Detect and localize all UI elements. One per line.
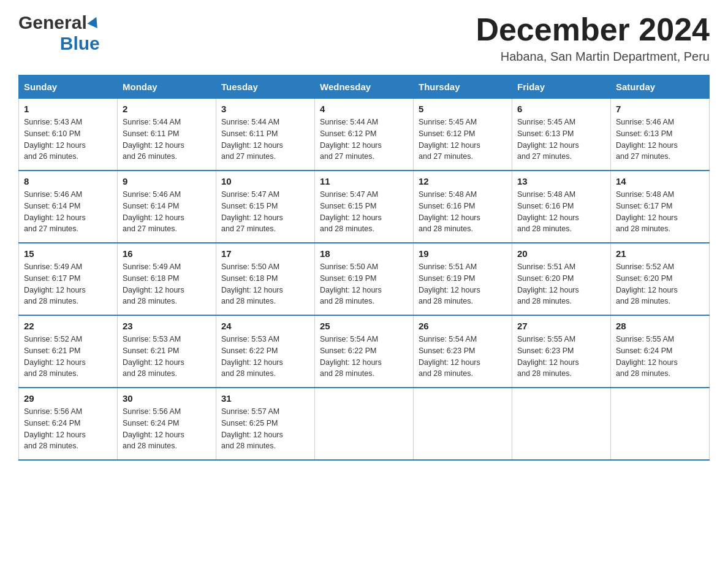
calendar-day-cell: 11Sunrise: 5:47 AMSunset: 6:15 PMDayligh… [315,170,414,243]
day-info: Sunrise: 5:52 AMSunset: 6:20 PMDaylight:… [616,261,704,307]
day-info: Sunrise: 5:56 AMSunset: 6:24 PMDaylight:… [24,406,112,452]
day-number: 16 [123,248,211,259]
calendar-day-cell: 20Sunrise: 5:51 AMSunset: 6:20 PMDayligh… [512,243,611,315]
calendar-day-header: Saturday [611,75,710,99]
day-info: Sunrise: 5:43 AMSunset: 6:10 PMDaylight:… [24,117,112,163]
day-number: 14 [616,176,704,186]
day-info: Sunrise: 5:50 AMSunset: 6:19 PMDaylight:… [320,261,408,307]
day-info: Sunrise: 5:53 AMSunset: 6:21 PMDaylight:… [123,334,211,380]
day-number: 10 [221,176,309,186]
calendar-day-cell: 27Sunrise: 5:55 AMSunset: 6:23 PMDayligh… [512,315,611,388]
calendar-day-header: Monday [118,75,216,99]
calendar-day-cell: 15Sunrise: 5:49 AMSunset: 6:17 PMDayligh… [19,243,118,315]
day-number: 4 [320,104,408,114]
calendar-day-cell: 13Sunrise: 5:48 AMSunset: 6:16 PMDayligh… [512,170,611,243]
day-info: Sunrise: 5:49 AMSunset: 6:18 PMDaylight:… [123,261,211,307]
day-number: 28 [616,321,704,331]
calendar-day-cell: 21Sunrise: 5:52 AMSunset: 6:20 PMDayligh… [611,243,710,315]
calendar-day-cell: 31Sunrise: 5:57 AMSunset: 6:25 PMDayligh… [216,388,315,460]
calendar-day-header: Friday [512,75,611,99]
day-number: 24 [221,321,309,331]
day-number: 1 [24,104,112,114]
day-number: 22 [24,321,112,331]
calendar-day-cell: 28Sunrise: 5:55 AMSunset: 6:24 PMDayligh… [611,315,710,388]
day-info: Sunrise: 5:54 AMSunset: 6:22 PMDaylight:… [320,334,408,380]
day-info: Sunrise: 5:48 AMSunset: 6:16 PMDaylight:… [419,189,507,235]
calendar-day-cell: 3Sunrise: 5:44 AMSunset: 6:11 PMDaylight… [216,99,315,171]
logo-triangle-icon [87,15,101,28]
calendar-day-cell: 8Sunrise: 5:46 AMSunset: 6:14 PMDaylight… [19,170,118,243]
calendar-day-cell: 7Sunrise: 5:46 AMSunset: 6:13 PMDaylight… [611,99,710,171]
day-number: 2 [123,104,211,114]
day-number: 19 [419,248,507,259]
day-info: Sunrise: 5:44 AMSunset: 6:12 PMDaylight:… [320,117,408,163]
calendar-week-row: 29Sunrise: 5:56 AMSunset: 6:24 PMDayligh… [19,388,710,460]
day-info: Sunrise: 5:55 AMSunset: 6:24 PMDaylight:… [616,334,704,380]
calendar-day-cell: 1Sunrise: 5:43 AMSunset: 6:10 PMDaylight… [19,99,118,171]
calendar-day-cell: 18Sunrise: 5:50 AMSunset: 6:19 PMDayligh… [315,243,414,315]
day-number: 20 [517,248,605,259]
day-number: 21 [616,248,704,259]
calendar-header: SundayMondayTuesdayWednesdayThursdayFrid… [19,75,710,99]
day-info: Sunrise: 5:45 AMSunset: 6:12 PMDaylight:… [419,117,507,163]
calendar-week-row: 1Sunrise: 5:43 AMSunset: 6:10 PMDaylight… [19,99,710,171]
calendar-day-header: Wednesday [315,75,414,99]
calendar-week-row: 8Sunrise: 5:46 AMSunset: 6:14 PMDaylight… [19,170,710,243]
day-number: 13 [517,176,605,186]
day-number: 17 [221,248,309,259]
calendar-day-cell: 16Sunrise: 5:49 AMSunset: 6:18 PMDayligh… [118,243,216,315]
day-number: 12 [419,176,507,186]
calendar-day-cell: 23Sunrise: 5:53 AMSunset: 6:21 PMDayligh… [118,315,216,388]
day-info: Sunrise: 5:53 AMSunset: 6:22 PMDaylight:… [221,334,309,380]
day-number: 31 [221,393,309,404]
day-number: 15 [24,248,112,259]
day-number: 3 [221,104,309,114]
day-info: Sunrise: 5:50 AMSunset: 6:18 PMDaylight:… [221,261,309,307]
day-info: Sunrise: 5:48 AMSunset: 6:16 PMDaylight:… [517,189,605,235]
day-info: Sunrise: 5:52 AMSunset: 6:21 PMDaylight:… [24,334,112,380]
day-number: 5 [419,104,507,114]
day-info: Sunrise: 5:49 AMSunset: 6:17 PMDaylight:… [24,261,112,307]
calendar-day-cell: 24Sunrise: 5:53 AMSunset: 6:22 PMDayligh… [216,315,315,388]
calendar-day-cell: 2Sunrise: 5:44 AMSunset: 6:11 PMDaylight… [118,99,216,171]
title-block: December 2024 Habana, San Martin Departm… [476,12,710,64]
day-info: Sunrise: 5:46 AMSunset: 6:13 PMDaylight:… [616,117,704,163]
calendar-day-cell: 26Sunrise: 5:54 AMSunset: 6:23 PMDayligh… [414,315,512,388]
day-number: 27 [517,321,605,331]
day-number: 23 [123,321,211,331]
day-info: Sunrise: 5:57 AMSunset: 6:25 PMDaylight:… [221,406,309,452]
day-number: 9 [123,176,211,186]
calendar-day-cell: 5Sunrise: 5:45 AMSunset: 6:12 PMDaylight… [414,99,512,171]
day-info: Sunrise: 5:46 AMSunset: 6:14 PMDaylight:… [24,189,112,235]
day-info: Sunrise: 5:44 AMSunset: 6:11 PMDaylight:… [221,117,309,163]
day-number: 18 [320,248,408,259]
day-number: 11 [320,176,408,186]
calendar-day-header: Tuesday [216,75,315,99]
calendar-day-cell: 17Sunrise: 5:50 AMSunset: 6:18 PMDayligh… [216,243,315,315]
calendar-day-cell: 4Sunrise: 5:44 AMSunset: 6:12 PMDaylight… [315,99,414,171]
calendar-day-cell: 12Sunrise: 5:48 AMSunset: 6:16 PMDayligh… [414,170,512,243]
calendar-day-cell: 14Sunrise: 5:48 AMSunset: 6:17 PMDayligh… [611,170,710,243]
calendar-day-cell: 30Sunrise: 5:56 AMSunset: 6:24 PMDayligh… [118,388,216,460]
calendar-week-row: 15Sunrise: 5:49 AMSunset: 6:17 PMDayligh… [19,243,710,315]
calendar-day-cell [512,388,611,460]
day-info: Sunrise: 5:45 AMSunset: 6:13 PMDaylight:… [517,117,605,163]
day-info: Sunrise: 5:51 AMSunset: 6:20 PMDaylight:… [517,261,605,307]
logo-general-text: General [18,12,87,33]
calendar-day-cell: 10Sunrise: 5:47 AMSunset: 6:15 PMDayligh… [216,170,315,243]
day-number: 29 [24,393,112,404]
day-info: Sunrise: 5:44 AMSunset: 6:11 PMDaylight:… [123,117,211,163]
day-number: 6 [517,104,605,114]
calendar-week-row: 22Sunrise: 5:52 AMSunset: 6:21 PMDayligh… [19,315,710,388]
calendar-day-cell: 25Sunrise: 5:54 AMSunset: 6:22 PMDayligh… [315,315,414,388]
day-info: Sunrise: 5:54 AMSunset: 6:23 PMDaylight:… [419,334,507,380]
day-number: 30 [123,393,211,404]
calendar-day-cell: 6Sunrise: 5:45 AMSunset: 6:13 PMDaylight… [512,99,611,171]
calendar-day-header: Thursday [414,75,512,99]
calendar-day-cell [414,388,512,460]
page-subtitle: Habana, San Martin Department, Peru [476,50,710,64]
calendar-day-header: Sunday [19,75,118,99]
logo: General Blue [18,12,100,54]
page-title: December 2024 [476,12,710,47]
day-info: Sunrise: 5:51 AMSunset: 6:19 PMDaylight:… [419,261,507,307]
